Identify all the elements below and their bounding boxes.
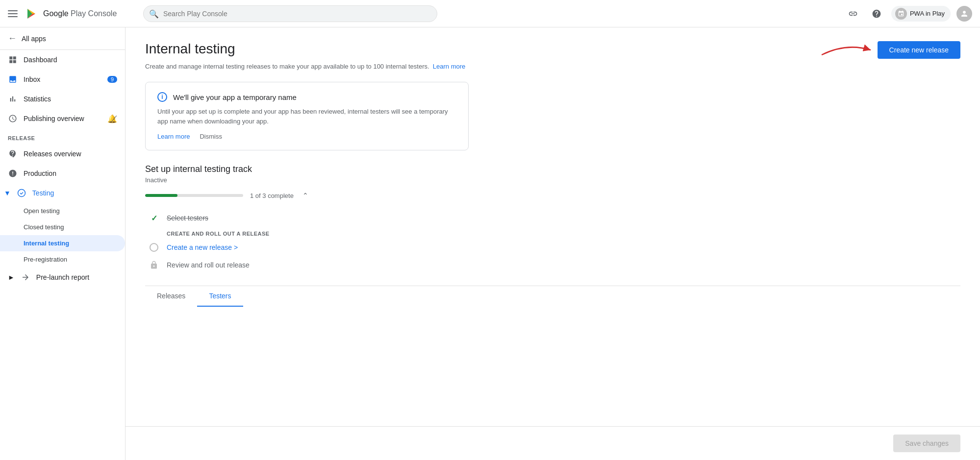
expand-icon: ► bbox=[8, 273, 15, 281]
open-testing-label: Open testing bbox=[24, 207, 60, 215]
testing-icon bbox=[17, 188, 26, 198]
sidebar: ← All apps Dashboard Inbox 9 bbox=[0, 27, 126, 460]
sidebar-item-publishing-overview[interactable]: Publishing overview 🔔̸ bbox=[0, 109, 125, 128]
main-content: Internal testing Create new release bbox=[126, 27, 980, 460]
logo-area: Google Play Console bbox=[24, 6, 131, 22]
logo-icon bbox=[24, 6, 39, 22]
progress-text: 1 of 3 complete bbox=[250, 192, 294, 199]
step-review-rollout: Review and roll out release bbox=[149, 256, 960, 274]
create-roll-header: CREATE AND ROLL OUT A RELEASE bbox=[149, 227, 960, 239]
closed-testing-label: Closed testing bbox=[24, 223, 64, 231]
info-card: i We'll give your app a temporary name U… bbox=[145, 82, 469, 150]
tabs-bar: Releases Testers bbox=[145, 286, 960, 307]
info-card-header: i We'll give your app a temporary name bbox=[157, 92, 456, 102]
progress-bar-wrap bbox=[145, 194, 243, 197]
help-icon-button[interactable] bbox=[868, 5, 885, 23]
sidebar-item-releases-overview[interactable]: Releases overview bbox=[0, 144, 125, 164]
step-select-testers: ✓ Select testers bbox=[149, 209, 960, 227]
statistics-label: Statistics bbox=[24, 95, 51, 103]
save-changes-button[interactable]: Save changes bbox=[893, 435, 960, 452]
search-icon: 🔍 bbox=[149, 9, 159, 18]
sidebar-item-internal-testing[interactable]: Internal testing bbox=[0, 235, 125, 251]
user-avatar[interactable] bbox=[956, 6, 972, 22]
sidebar-item-pre-registration[interactable]: Pre-registration bbox=[0, 251, 125, 267]
publishing-overview-icon bbox=[8, 114, 18, 123]
sidebar-item-statistics[interactable]: Statistics bbox=[0, 89, 125, 109]
pre-launch-label: Pre-launch report bbox=[36, 273, 89, 281]
hamburger-menu[interactable] bbox=[8, 10, 18, 17]
step-check-icon: ✓ bbox=[149, 213, 159, 223]
pre-registration-label: Pre-registration bbox=[24, 256, 67, 263]
create-new-release-button[interactable]: Create new release bbox=[878, 41, 960, 59]
step-review-rollout-label: Review and roll out release bbox=[167, 261, 250, 269]
inbox-label: Inbox bbox=[24, 75, 40, 83]
sidebar-item-production[interactable]: Production bbox=[0, 164, 125, 183]
releases-overview-icon bbox=[8, 149, 18, 159]
track-setup-section: Set up internal testing track Inactive 1… bbox=[145, 164, 960, 274]
footer-bar: Save changes bbox=[126, 426, 980, 460]
app-container: Google Play Console 🔍 PWA in Play bbox=[0, 0, 980, 460]
app-badge[interactable]: PWA in Play bbox=[891, 6, 951, 22]
steps-list: ✓ Select testers CREATE AND ROLL OUT A R… bbox=[145, 209, 960, 274]
link-icon-button[interactable] bbox=[844, 5, 862, 23]
logo-text: Google Play Console bbox=[43, 9, 117, 18]
all-apps-label: All apps bbox=[22, 35, 46, 43]
step-create-release-label[interactable]: Create a new release > bbox=[167, 243, 238, 251]
production-icon bbox=[8, 169, 18, 178]
progress-bar-fill bbox=[145, 194, 177, 197]
inbox-icon bbox=[8, 74, 18, 84]
sidebar-item-inbox[interactable]: Inbox 9 bbox=[0, 70, 125, 89]
info-learn-more-link[interactable]: Learn more bbox=[157, 133, 190, 140]
help-icon bbox=[872, 9, 881, 19]
tab-releases[interactable]: Releases bbox=[145, 286, 197, 307]
app-badge-label: PWA in Play bbox=[910, 10, 945, 17]
step-select-testers-label: Select testers bbox=[167, 214, 208, 222]
release-section-label: Release bbox=[0, 128, 125, 144]
main-area: ← All apps Dashboard Inbox 9 bbox=[0, 27, 980, 460]
info-card-title: We'll give your app a temporary name bbox=[173, 93, 297, 101]
statistics-icon bbox=[8, 94, 18, 104]
sidebar-item-open-testing[interactable]: Open testing bbox=[0, 203, 125, 219]
sidebar-item-dashboard[interactable]: Dashboard bbox=[0, 50, 125, 70]
red-arrow-indicator bbox=[817, 40, 876, 60]
progress-area: 1 of 3 complete ⌃ bbox=[145, 192, 960, 199]
internal-testing-label: Internal testing bbox=[24, 240, 69, 247]
page-header: Internal testing Create new release bbox=[145, 41, 960, 59]
releases-overview-label: Releases overview bbox=[24, 150, 81, 158]
dashboard-label: Dashboard bbox=[24, 56, 57, 64]
page-learn-more-link[interactable]: Learn more bbox=[433, 63, 465, 70]
publishing-overview-label: Publishing overview bbox=[24, 115, 84, 122]
all-apps-button[interactable]: ← All apps bbox=[0, 27, 125, 50]
production-label: Production bbox=[24, 169, 56, 177]
sidebar-item-pre-launch-report[interactable]: ► Pre-launch report bbox=[0, 267, 125, 287]
testing-label: Testing bbox=[32, 189, 54, 197]
page-subtitle: Create and manage internal testing relea… bbox=[145, 63, 960, 70]
step-create-release: Create a new release > bbox=[149, 239, 960, 256]
svg-point-5 bbox=[18, 190, 25, 197]
search-input[interactable] bbox=[143, 5, 437, 22]
info-card-body: Until your app set up is complete and yo… bbox=[157, 107, 456, 126]
sidebar-item-closed-testing[interactable]: Closed testing bbox=[0, 219, 125, 235]
track-status: Inactive bbox=[145, 176, 960, 184]
link-icon bbox=[848, 9, 858, 19]
step-pending-icon bbox=[149, 242, 159, 252]
back-arrow-icon: ← bbox=[8, 33, 17, 44]
collapse-icon[interactable]: ⌃ bbox=[302, 192, 308, 199]
testing-arrow-icon: ▼ bbox=[4, 189, 11, 197]
track-section-title: Set up internal testing track bbox=[145, 164, 960, 174]
page-title: Internal testing bbox=[145, 41, 235, 57]
create-btn-wrapper: Create new release bbox=[878, 41, 960, 59]
tab-testers[interactable]: Testers bbox=[197, 286, 243, 307]
info-card-links: Learn more Dismiss bbox=[157, 133, 456, 140]
top-right-actions: PWA in Play bbox=[844, 5, 972, 23]
inbox-badge: 9 bbox=[107, 76, 117, 83]
app-badge-icon bbox=[895, 8, 907, 20]
top-bar: Google Play Console 🔍 PWA in Play bbox=[0, 0, 980, 27]
sidebar-item-testing[interactable]: ▼ Testing bbox=[0, 183, 125, 203]
notification-muted-icon: 🔔̸ bbox=[107, 114, 117, 123]
info-icon: i bbox=[157, 92, 167, 102]
dashboard-icon bbox=[8, 55, 18, 65]
info-dismiss-link[interactable]: Dismiss bbox=[200, 133, 222, 140]
pre-launch-icon bbox=[21, 272, 30, 282]
search-bar: 🔍 bbox=[143, 5, 437, 22]
